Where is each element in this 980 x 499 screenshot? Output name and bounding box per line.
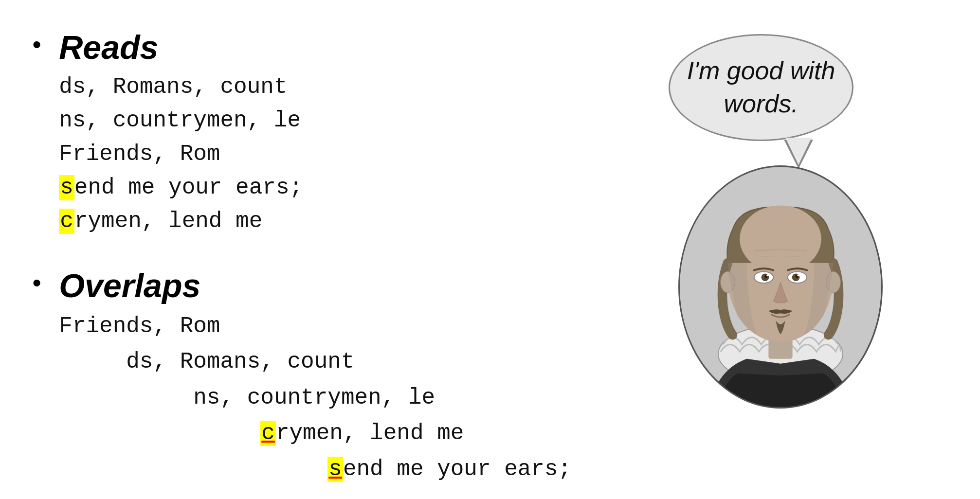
overlaps-bullet-dot: • [29, 272, 44, 298]
shakespeare-svg [680, 167, 881, 407]
reads-text: ds, Romans, count ns, countrymen, le Fri… [59, 71, 303, 238]
overlaps-title: Overlaps [59, 267, 571, 304]
main-container: • Reads ds, Romans, count ns, countrymen… [0, 0, 980, 499]
right-section: I'm good with words. [610, 19, 951, 480]
overlap-line-1: Friends, Rom [59, 309, 571, 345]
svg-point-4 [740, 205, 821, 272]
overlap-line-2: ds, Romans, count [59, 344, 571, 380]
reads-bullet-dot: • [29, 34, 44, 59]
reads-line-3: Friends, Rom [59, 142, 220, 167]
reads-line-4: send me your ears; [59, 175, 303, 200]
reads-line-1: ds, Romans, count [59, 74, 287, 100]
underline-c-overlaps: c [261, 421, 275, 446]
highlight-s-reads: s [59, 175, 74, 200]
reads-line-5: crymen, lend me [59, 209, 262, 234]
reads-line-2: ns, countrymen, le [59, 108, 301, 133]
underline-s-overlaps: s [328, 457, 342, 482]
speech-bubble: I'm good with words. [669, 34, 853, 141]
highlight-c-reads: c [59, 209, 74, 234]
overlap-line-5: send me your ears; [59, 452, 571, 488]
speech-bubble-container: I'm good with words. [669, 34, 853, 141]
left-section: • Reads ds, Romans, count ns, countrymen… [29, 19, 610, 480]
reads-bullet-item: • Reads ds, Romans, count ns, countrymen… [29, 29, 610, 238]
svg-point-12 [798, 274, 799, 276]
overlaps-text: Friends, Rom ds, Romans, count ns, count… [59, 309, 571, 488]
highlight-c-overlaps: c [260, 421, 276, 446]
svg-point-8 [766, 274, 768, 276]
overlap-line-4: crymen, lend me [59, 416, 571, 452]
highlight-s-overlaps: s [327, 457, 343, 482]
overlap-line-3: ns, countrymen, le [59, 380, 571, 416]
overlaps-bullet-item: • Overlaps Friends, Rom ds, Romans, coun… [29, 267, 610, 488]
reads-title: Reads [59, 29, 303, 66]
overlaps-bullet-content: Overlaps Friends, Rom ds, Romans, count … [59, 267, 571, 488]
reads-bullet-content: Reads ds, Romans, count ns, countrymen, … [59, 29, 303, 238]
portrait-container [678, 165, 883, 409]
speech-bubble-text: I'm good with words. [680, 54, 842, 120]
shakespeare-portrait [678, 165, 883, 409]
